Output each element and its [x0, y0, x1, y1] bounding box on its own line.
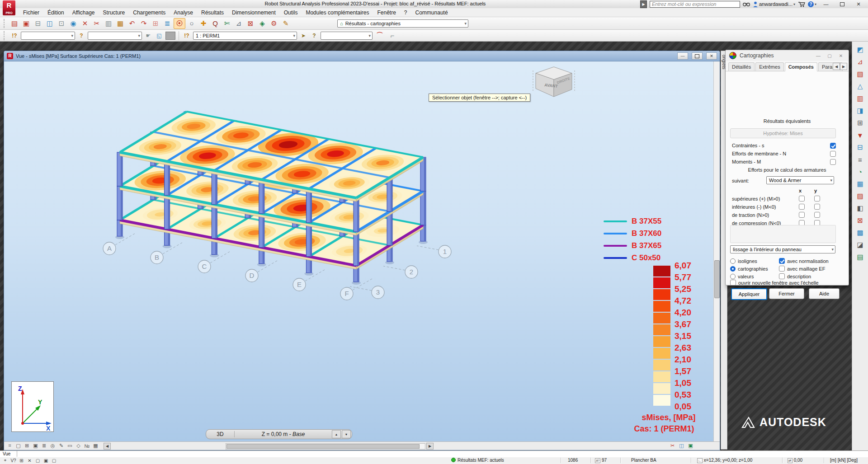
- delete-icon[interactable]: ✕: [80, 19, 90, 28]
- pencil-edit-icon[interactable]: ✎: [57, 442, 65, 449]
- tabs-scroll-left-button[interactable]: ◀: [833, 63, 840, 70]
- deformation-icon[interactable]: ⊿: [854, 56, 866, 67]
- load-icon[interactable]: ▼: [854, 130, 866, 141]
- dialog-minimize-button[interactable]: —: [814, 52, 822, 59]
- restore-button[interactable]: [835, 1, 849, 8]
- wrench-icon[interactable]: ⚙: [269, 19, 279, 28]
- rebar-x-checkbox[interactable]: [799, 212, 805, 218]
- result-check-row[interactable]: Moments - M: [732, 158, 836, 165]
- level-down-button[interactable]: ▼: [342, 430, 351, 438]
- display-mode-radio-row[interactable]: valeurs: [730, 273, 778, 280]
- redo-icon[interactable]: ↷: [138, 19, 149, 28]
- menu-item[interactable]: Fenêtre: [373, 8, 400, 17]
- 3d-box-icon[interactable]: ◈: [257, 19, 268, 28]
- scroll-right-button[interactable]: ▶: [426, 443, 434, 450]
- screen-capture2-icon[interactable]: ◪: [854, 239, 866, 250]
- dynamic-view-icon[interactable]: ▣: [32, 442, 39, 449]
- section-cut-icon[interactable]: ✄: [222, 19, 232, 28]
- cart-icon[interactable]: [798, 1, 805, 7]
- menu-item[interactable]: Résultats: [197, 8, 228, 17]
- mesh-icon[interactable]: ⊞: [854, 117, 866, 128]
- user-account-menu[interactable]: anwardawadi... ▾: [753, 1, 795, 7]
- menu-item[interactable]: Outils: [280, 8, 302, 17]
- lissage-combo[interactable]: lissage à l'intérieur du panneau: [730, 245, 835, 253]
- view-window-icon[interactable]: ◱: [155, 31, 164, 41]
- dialog-titlebar[interactable]: Cartographies — ▢ ✕: [726, 50, 849, 61]
- help-menu[interactable]: ? ▾: [808, 1, 816, 7]
- object-inspector-icon[interactable]: !?: [10, 31, 19, 41]
- level-indicator[interactable]: Z = 0,00 m - Base: [235, 431, 332, 437]
- display-option-row[interactable]: avec normalisation: [779, 258, 842, 264]
- print-icon[interactable]: ⊟: [33, 19, 43, 28]
- point-info-icon[interactable]: ?: [77, 31, 86, 41]
- tab-composes[interactable]: Composés: [785, 62, 817, 71]
- object-icon[interactable]: ◔: [854, 166, 866, 177]
- load-case-combo[interactable]: 1 : PERM1: [193, 32, 297, 40]
- diagram-icon[interactable]: △: [854, 81, 866, 92]
- level-up-button[interactable]: ▲: [332, 430, 341, 438]
- components-listbox[interactable]: [730, 225, 836, 243]
- modify-structure-icon[interactable]: ⊠: [245, 19, 256, 28]
- stress-map-icon[interactable]: ▧: [854, 69, 866, 80]
- close-dialog-button[interactable]: Fermer: [769, 288, 804, 299]
- open-new-window-option[interactable]: ouvrir nouvelle fenêtre avec l'échelle: [730, 279, 843, 286]
- vue-restore-button[interactable]: [692, 52, 703, 60]
- rebar-option-row[interactable]: supérieures (+) (M>0): [732, 195, 836, 202]
- vue-close-button[interactable]: ✕: [706, 52, 717, 60]
- rebar-y-checkbox[interactable]: [814, 212, 820, 218]
- display-mode-radio[interactable]: [730, 258, 736, 264]
- eraser-icon[interactable]: ▭: [66, 442, 74, 449]
- menu-item[interactable]: Structure: [99, 8, 129, 17]
- tab-extremes[interactable]: Extrêmes: [755, 62, 783, 71]
- vertical-scrollbar[interactable]: [713, 61, 720, 441]
- snap-off-icon[interactable]: ✕: [26, 457, 33, 464]
- horizontal-scrollbar-thumb[interactable]: [226, 444, 420, 449]
- menu-item[interactable]: Édition: [43, 8, 68, 17]
- rebar-y-checkbox[interactable]: [814, 196, 820, 202]
- cut-icon[interactable]: ✂: [91, 19, 102, 28]
- tabs-scroll-right-button[interactable]: ▶: [840, 63, 847, 70]
- menu-item[interactable]: Dimensionnement: [228, 8, 280, 17]
- result-checkbox[interactable]: [830, 143, 836, 149]
- display-filter-icon[interactable]: ◫: [678, 442, 685, 449]
- vertical-scrollbar-thumb[interactable]: [714, 260, 720, 298]
- result-checkbox[interactable]: [830, 159, 836, 165]
- menu-item[interactable]: Modules complémentaires: [302, 8, 373, 17]
- pan-icon[interactable]: ✚: [198, 19, 209, 28]
- apply-button[interactable]: Appliquer: [731, 288, 767, 300]
- method-combo[interactable]: Wood & Armer: [766, 176, 834, 184]
- display-mode-radio[interactable]: [730, 274, 736, 279]
- layers-icon[interactable]: ≣: [40, 442, 48, 449]
- plate-icon[interactable]: ▨: [854, 191, 866, 202]
- color-swatch-icon[interactable]: [165, 32, 175, 40]
- view-settings-icon[interactable]: ⌗: [6, 442, 14, 449]
- display-mode-radio[interactable]: [730, 266, 736, 272]
- toolbar-grip[interactable]: [4, 19, 7, 28]
- vue-viewport[interactable]: ABCDEF123 Sélectionner objet (fenêtre --…: [4, 61, 720, 441]
- menu-item[interactable]: Chargements: [129, 8, 170, 17]
- paste-icon[interactable]: ▦: [115, 19, 126, 28]
- attributes-display-icon[interactable]: ▢: [14, 442, 22, 449]
- result-check-row[interactable]: Contraintes - s: [732, 142, 836, 149]
- display-option-row[interactable]: avec maillage EF: [779, 265, 842, 272]
- zoom-letters-icon[interactable]: Q: [210, 19, 221, 28]
- display-option-checkbox[interactable]: [779, 273, 785, 279]
- layout-icon[interactable]: ▤: [854, 252, 866, 262]
- menu-item[interactable]: Communauté: [411, 8, 452, 17]
- scroll-left-button[interactable]: ◀: [104, 443, 111, 450]
- display-option-checkbox[interactable]: [779, 258, 785, 264]
- undo-icon[interactable]: ↶: [127, 19, 137, 28]
- walk-query-icon[interactable]: ?: [310, 31, 319, 41]
- rebar-x-checkbox[interactable]: [799, 196, 805, 202]
- iso-cube-3-icon[interactable]: ▢: [51, 457, 57, 464]
- numbering-icon[interactable]: №: [83, 442, 91, 449]
- units-indicator[interactable]: [m] [kN] [Deg]: [830, 458, 858, 463]
- select-hand-icon[interactable]: ☛: [144, 31, 153, 41]
- section-icon[interactable]: ⊟: [854, 142, 866, 153]
- snap-point-icon[interactable]: ⌖: [2, 457, 9, 464]
- zoom-window-icon[interactable]: ⊞: [23, 442, 31, 449]
- camera-icon[interactable]: ◉: [68, 19, 79, 28]
- grid-snap-icon[interactable]: ⊞: [18, 457, 25, 464]
- horizontal-scrollbar[interactable]: [226, 443, 425, 450]
- result-check-row[interactable]: Efforts de membrane - N: [732, 150, 836, 157]
